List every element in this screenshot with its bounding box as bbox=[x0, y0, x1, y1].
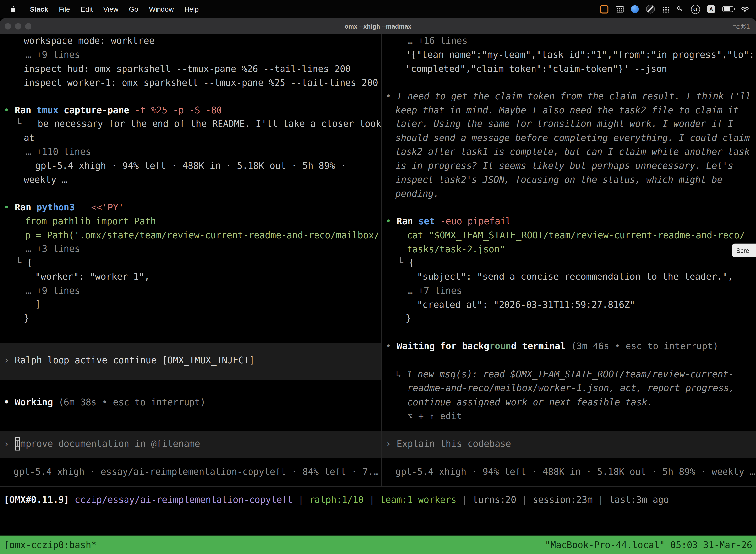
terminal-line: └ { bbox=[16, 256, 32, 270]
terminal-line: … +7 lines bbox=[407, 284, 462, 298]
terminal-line: readme-and-reco/mailbox/worker-1.json, a… bbox=[407, 382, 735, 395]
terminal-line: pending. bbox=[395, 187, 439, 201]
terminal-line: '{"team_name":"my-team","task_id":"1","f… bbox=[405, 48, 755, 62]
terminal-line: • I need to get the claim token from the… bbox=[386, 90, 751, 104]
terminal-line: inspect_hud: omx sparkshell --tmux-pane … bbox=[23, 62, 351, 76]
terminal-line: cat "$OMX_TEAM_STATE_ROOT/team/review-cu… bbox=[407, 229, 745, 242]
waiting-status: • Waiting for background terminal (3m 46… bbox=[386, 340, 718, 353]
terminal-line: workspace_mode: worktree bbox=[23, 34, 154, 48]
terminal-line: from pathlib import Path bbox=[25, 214, 156, 228]
terminal-line: … +16 lines bbox=[407, 34, 467, 48]
tmux-host-clock: "MacBook-Pro-44.local" 05:03 31-Mar-26 bbox=[545, 540, 756, 550]
terminal-line: task2 after task1 is complete, but can I… bbox=[395, 145, 750, 159]
terminal-line: • Ran set -euo pipefail bbox=[386, 214, 511, 228]
terminal-line: … +9 lines bbox=[25, 48, 80, 62]
terminal-line: "created_at": "2026-03-31T11:59:27.816Z" bbox=[417, 298, 635, 312]
terminal-line: ] bbox=[35, 297, 41, 312]
terminal-line: should send a message before completing … bbox=[395, 131, 750, 145]
terminal-line: inspect_worker-1: omx sparkshell --tmux-… bbox=[23, 76, 378, 90]
terminal-line: ↳ 1 new msg(s): read $OMX_TEAM_STATE_ROO… bbox=[396, 368, 734, 382]
terminal-line: "subject": "send a concise recommendatio… bbox=[417, 270, 733, 284]
terminal-line: └ { bbox=[398, 256, 414, 270]
terminal-line: gpt-5.4 xhigh · 94% left · 488K in · 5.1… bbox=[35, 159, 346, 173]
tmux-session-name[interactable]: [omx-cczip0:bash* bbox=[0, 540, 97, 550]
screenshot-popup[interactable]: Scre bbox=[732, 244, 756, 257]
terminal-line: at bbox=[23, 131, 35, 145]
terminal-line: • Ran python3 - <<'PY' bbox=[4, 201, 124, 214]
desktop: Slack FileEditViewGoWindowHelp 61 A omx bbox=[0, 0, 756, 554]
terminal-line: inspect task2's JSON, focusing on the st… bbox=[395, 173, 722, 187]
terminal-line: ⌥ + ↑ edit bbox=[407, 409, 462, 424]
terminal-line: … +3 lines bbox=[25, 242, 80, 256]
terminal-line: keep that in mind. Maybe I also need the… bbox=[395, 104, 739, 117]
terminal-line: … +9 lines bbox=[25, 284, 80, 298]
terminal-line: p = Path('.omx/state/team/review-current… bbox=[25, 229, 379, 242]
working-status: • Working (6m 38s • esc to interrupt) bbox=[4, 395, 206, 409]
tmux-status-bar: [omx-cczip0:bash* "MacBook-Pro-44.local"… bbox=[0, 536, 756, 554]
terminal-line: … +110 lines bbox=[25, 145, 91, 159]
omx-hud-statusline: [OMX#0.11.9] cczip/essay/ai-reimplementa… bbox=[4, 493, 669, 507]
terminal-line: tasks/task-2.json" bbox=[407, 242, 505, 257]
terminal-line: weekly … bbox=[23, 173, 67, 187]
terminal-line: } bbox=[405, 312, 411, 325]
terminal-lines: workspace_mode: worktree… +9 linesinspec… bbox=[0, 0, 756, 554]
terminal-line: } bbox=[23, 312, 29, 325]
left-input-line[interactable]: › Improve documentation in @filename bbox=[4, 437, 200, 451]
left-pane-statusline: gpt-5.4 xhigh · essay/ai-reimplementatio… bbox=[13, 465, 379, 479]
terminal-line: later. Using the same for transition mig… bbox=[395, 117, 734, 131]
ralph-loop-status: › Ralph loop active continue [OMX_TMUX_I… bbox=[4, 353, 255, 367]
terminal-line: is in progress? It seems likely but perh… bbox=[395, 159, 734, 173]
screenshot-popup-label: Scre bbox=[736, 247, 749, 254]
terminal-line: • Ran tmux capture-pane -t %25 -p -S -80 bbox=[4, 104, 222, 117]
terminal-line: "completed","claim_token":"claim-token"}… bbox=[405, 62, 667, 76]
right-pane-statusline: gpt-5.4 xhigh · 94% left · 488K in · 5.1… bbox=[395, 465, 755, 479]
terminal-line: "worker": "worker-1", bbox=[35, 270, 150, 284]
terminal-line: └ be necessary for the end of the README… bbox=[16, 117, 381, 131]
right-input-line[interactable]: › Explain this codebase bbox=[386, 437, 511, 451]
terminal-line: continue assigned work or next feasible … bbox=[407, 395, 653, 409]
